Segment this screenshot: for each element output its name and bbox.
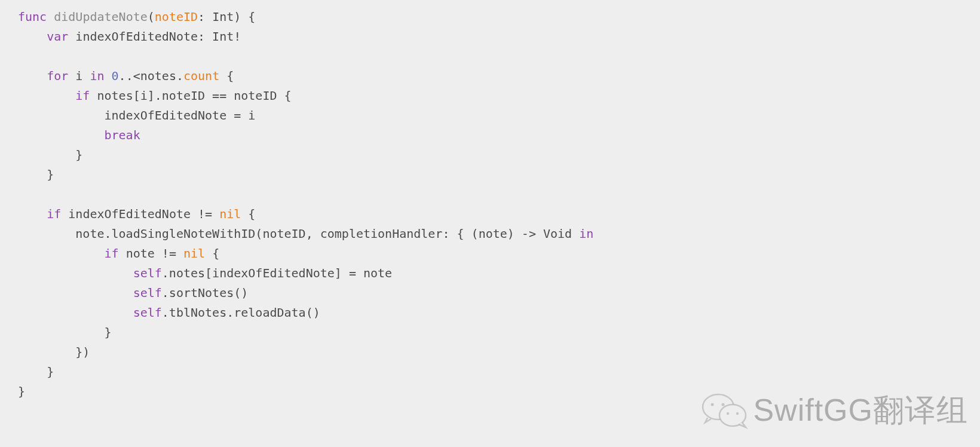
keyword-var: var <box>47 29 68 44</box>
keyword-if: if <box>47 207 61 221</box>
keyword-if: if <box>105 246 119 261</box>
keyword-break: break <box>105 128 140 142</box>
keyword-in: in <box>90 69 104 83</box>
keyword-self: self <box>133 266 162 280</box>
number-zero: 0 <box>112 69 119 83</box>
keyword-if: if <box>75 88 90 103</box>
keyword-self: self <box>133 305 162 320</box>
code-block: func didUpdateNote(noteID: Int) { var in… <box>0 0 980 409</box>
keyword-func: func <box>18 10 47 24</box>
keyword-in: in <box>579 226 593 241</box>
svg-point-5 <box>736 412 739 415</box>
svg-point-4 <box>727 412 729 415</box>
prop-count: count <box>183 69 219 83</box>
keyword-self: self <box>133 286 162 300</box>
literal-nil: nil <box>219 207 241 221</box>
keyword-for: for <box>47 69 68 83</box>
param-name: noteID <box>155 10 198 24</box>
literal-nil: nil <box>183 246 205 261</box>
function-name: didUpdateNote <box>54 10 148 24</box>
